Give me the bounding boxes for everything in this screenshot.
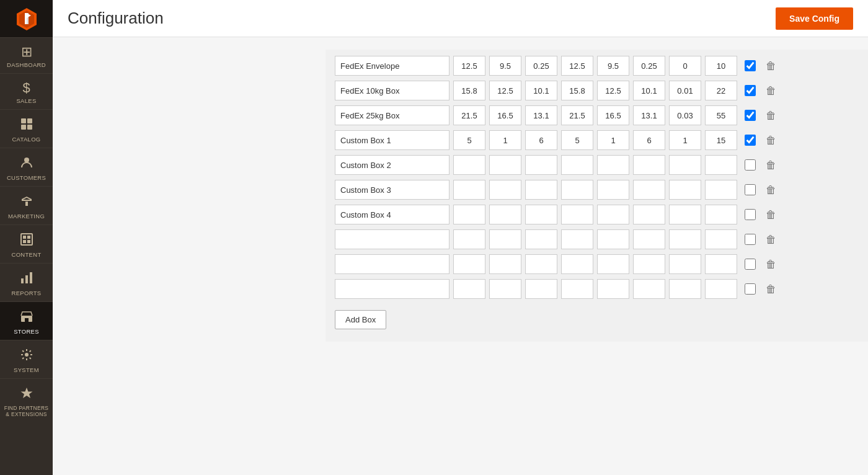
delete-row-button[interactable]: 🗑 xyxy=(763,282,779,297)
box-field-v4[interactable] xyxy=(561,130,593,150)
box-field-v8[interactable] xyxy=(705,205,737,224)
box-field-v7[interactable] xyxy=(669,229,701,249)
box-field-v8[interactable] xyxy=(705,81,737,100)
box-field-v5[interactable] xyxy=(597,155,629,175)
box-name-input[interactable] xyxy=(335,105,450,125)
box-field-v3[interactable] xyxy=(525,81,557,100)
sidebar-item-system[interactable]: SYSTEM xyxy=(0,340,53,378)
box-field-v8[interactable] xyxy=(705,279,737,299)
box-field-v2[interactable] xyxy=(489,155,521,175)
box-field-v4[interactable] xyxy=(561,180,593,200)
box-field-v5[interactable] xyxy=(597,180,629,200)
box-field-v3[interactable] xyxy=(525,279,557,299)
sidebar-item-find-partners[interactable]: FIND PARTNERS & EXTENSIONS xyxy=(0,378,53,422)
box-field-v3[interactable] xyxy=(525,254,557,274)
box-field-v3[interactable] xyxy=(525,180,557,200)
box-field-v8[interactable] xyxy=(705,254,737,274)
box-field-v5[interactable] xyxy=(597,205,629,224)
box-field-v6[interactable] xyxy=(633,130,665,150)
box-enabled-checkbox[interactable] xyxy=(745,283,756,295)
box-field-v5[interactable] xyxy=(597,56,629,76)
delete-row-button[interactable]: 🗑 xyxy=(763,257,779,272)
box-enabled-checkbox[interactable] xyxy=(745,184,756,195)
box-name-input[interactable] xyxy=(335,205,450,224)
box-field-v2[interactable] xyxy=(489,279,521,299)
box-field-v6[interactable] xyxy=(633,279,665,299)
box-field-v5[interactable] xyxy=(597,279,629,299)
box-name-input[interactable] xyxy=(335,229,450,249)
box-name-input[interactable] xyxy=(335,254,450,274)
box-name-input[interactable] xyxy=(335,81,450,100)
box-name-input[interactable] xyxy=(335,155,450,175)
box-field-v4[interactable] xyxy=(561,81,593,100)
box-field-v6[interactable] xyxy=(633,81,665,100)
box-field-v6[interactable] xyxy=(633,180,665,200)
box-field-v1[interactable] xyxy=(453,279,485,299)
box-field-v2[interactable] xyxy=(489,180,521,200)
box-field-v2[interactable] xyxy=(489,254,521,274)
delete-row-button[interactable]: 🗑 xyxy=(763,182,779,198)
box-field-v1[interactable] xyxy=(453,56,485,76)
box-field-v8[interactable] xyxy=(705,56,737,76)
box-name-input[interactable] xyxy=(335,180,450,200)
box-name-input[interactable] xyxy=(335,56,450,76)
box-field-v1[interactable] xyxy=(453,229,485,249)
delete-row-button[interactable]: 🗑 xyxy=(763,133,779,148)
box-enabled-checkbox[interactable] xyxy=(745,259,756,270)
box-field-v7[interactable] xyxy=(669,205,701,224)
box-field-v7[interactable] xyxy=(669,105,701,125)
box-field-v6[interactable] xyxy=(633,229,665,249)
box-field-v4[interactable] xyxy=(561,56,593,76)
box-field-v7[interactable] xyxy=(669,254,701,274)
box-field-v5[interactable] xyxy=(597,254,629,274)
box-enabled-checkbox[interactable] xyxy=(745,135,756,146)
box-field-v8[interactable] xyxy=(705,105,737,125)
box-field-v3[interactable] xyxy=(525,205,557,224)
box-enabled-checkbox[interactable] xyxy=(745,159,756,171)
box-field-v6[interactable] xyxy=(633,105,665,125)
sidebar-item-stores[interactable]: STORES xyxy=(0,301,53,340)
box-enabled-checkbox[interactable] xyxy=(745,60,756,71)
box-field-v2[interactable] xyxy=(489,56,521,76)
box-field-v4[interactable] xyxy=(561,229,593,249)
add-box-button[interactable]: Add Box xyxy=(335,310,386,329)
delete-row-button[interactable]: 🗑 xyxy=(763,108,779,123)
delete-row-button[interactable]: 🗑 xyxy=(763,58,779,74)
delete-row-button[interactable]: 🗑 xyxy=(763,207,779,223)
box-field-v1[interactable] xyxy=(453,155,485,175)
box-field-v1[interactable] xyxy=(453,254,485,274)
box-field-v4[interactable] xyxy=(561,279,593,299)
box-field-v7[interactable] xyxy=(669,56,701,76)
box-field-v1[interactable] xyxy=(453,180,485,200)
box-enabled-checkbox[interactable] xyxy=(745,110,756,121)
box-field-v2[interactable] xyxy=(489,105,521,125)
box-field-v3[interactable] xyxy=(525,105,557,125)
box-field-v5[interactable] xyxy=(597,105,629,125)
box-enabled-checkbox[interactable] xyxy=(745,85,756,96)
sidebar-item-reports[interactable]: REPORTS xyxy=(0,263,53,301)
sidebar-item-sales[interactable]: $ SALES xyxy=(0,73,53,109)
box-enabled-checkbox[interactable] xyxy=(745,234,756,245)
sidebar-item-marketing[interactable]: MARKETING xyxy=(0,186,53,224)
box-field-v6[interactable] xyxy=(633,56,665,76)
box-field-v7[interactable] xyxy=(669,279,701,299)
delete-row-button[interactable]: 🗑 xyxy=(763,83,779,99)
box-name-input[interactable] xyxy=(335,130,450,150)
box-field-v7[interactable] xyxy=(669,81,701,100)
box-field-v7[interactable] xyxy=(669,180,701,200)
box-field-v5[interactable] xyxy=(597,130,629,150)
box-field-v8[interactable] xyxy=(705,180,737,200)
box-field-v3[interactable] xyxy=(525,229,557,249)
sidebar-logo[interactable] xyxy=(0,0,53,37)
box-field-v2[interactable] xyxy=(489,205,521,224)
sidebar-item-customers[interactable]: CUSTOMERS xyxy=(0,148,53,186)
box-field-v2[interactable] xyxy=(489,81,521,100)
box-field-v4[interactable] xyxy=(561,155,593,175)
delete-row-button[interactable]: 🗑 xyxy=(763,158,779,173)
box-field-v6[interactable] xyxy=(633,155,665,175)
box-field-v8[interactable] xyxy=(705,229,737,249)
box-field-v7[interactable] xyxy=(669,130,701,150)
box-field-v5[interactable] xyxy=(597,229,629,249)
box-enabled-checkbox[interactable] xyxy=(745,209,756,220)
box-field-v1[interactable] xyxy=(453,205,485,224)
